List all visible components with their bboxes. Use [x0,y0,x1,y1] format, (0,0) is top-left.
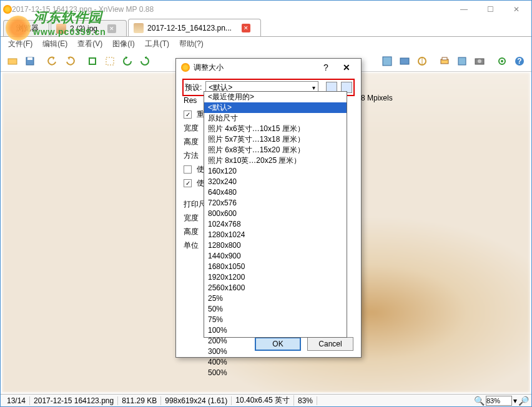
dd-size[interactable]: 1920x1200 [204,272,347,283]
zoom-input[interactable] [486,396,512,406]
svg-rect-3 [89,58,96,64]
help-button[interactable]: ? [511,53,528,69]
dd-size[interactable]: 640x480 [204,187,347,198]
crop-button[interactable] [84,53,101,69]
save-button[interactable] [22,53,38,69]
dd-percent[interactable]: 50% [204,304,347,315]
menu-tools[interactable]: 工具(T) [141,37,173,51]
dialog-title: 调整大小 [194,62,315,73]
dd-size[interactable]: 1280x1024 [204,230,347,240]
tab-close-icon[interactable]: ✕ [242,24,250,32]
select-button[interactable] [102,53,118,69]
open-button[interactable] [4,53,21,69]
camera-button[interactable] [471,53,488,69]
dd-percent[interactable]: 25% [204,293,347,304]
dd-size[interactable]: 1024x768 [204,219,347,230]
thumbnail-icon [134,23,144,33]
menu-file[interactable]: 文件(F) [4,37,36,51]
svg-point-13 [478,59,481,63]
dd-size[interactable]: 1680x1050 [204,262,347,272]
dd-photo-4x6[interactable]: 照片 4x6英寸…10x15 厘米） [204,124,347,134]
svg-rect-2 [27,57,32,60]
dialog-close-button[interactable]: ✕ [337,62,356,72]
adjust-button[interactable] [414,53,430,69]
dd-photo-6x8[interactable]: 照片 6x8英寸…15x20 厘米） [204,145,347,155]
dd-percent[interactable]: 200% [204,336,347,346]
main-window: 2017-12-15 164123.png - XnView MP 0.88 ―… [0,0,532,407]
rotate-left-button[interactable] [119,53,135,69]
settings-button[interactable] [494,53,510,69]
redo-button[interactable] [62,53,78,69]
dialog-help-button[interactable]: ? [318,62,333,72]
svg-point-15 [501,60,503,62]
dd-percent[interactable]: 400% [204,357,347,368]
close-button[interactable]: ✕ [504,2,529,17]
export-button[interactable] [454,53,470,69]
dd-percent[interactable]: 75% [204,315,347,325]
tab-browser[interactable]: 浏览器 [3,20,49,36]
svg-rect-4 [106,57,114,65]
status-bar: 13/14 2017-12-15 164123.png 811.29 KB 99… [1,394,531,406]
status-physical: 10.40x6.45 英寸 [232,395,294,406]
dd-size[interactable]: 720x576 [204,198,347,208]
minimize-button[interactable]: ― [451,2,476,17]
dd-size[interactable]: 800x600 [204,208,347,219]
status-filename: 2017-12-15 164123.png [30,396,118,405]
window-title: 2017-12-15 164123.png - XnView MP 0.88 [12,5,451,14]
status-dimensions: 998x619x24 (1.61) [161,396,232,405]
svg-rect-11 [458,57,466,65]
dd-percent[interactable]: 300% [204,346,347,357]
menu-view[interactable]: 查看(V) [74,37,106,51]
tab-close-icon[interactable]: ✕ [107,24,116,33]
resize-dialog: 调整大小 ? ✕ 预设: <默认> 8 Mpixels Res ✓重新 宽度 高… [175,58,362,358]
svg-rect-0 [8,59,17,64]
dd-size[interactable]: 320x240 [204,177,347,187]
tab-label: 2 (2).jpg [70,24,97,33]
thumbnail-icon [56,24,66,34]
status-index: 13/14 [3,396,30,405]
menu-bar: 文件(F) 编辑(E) 查看(V) 图像(I) 工具(T) 帮助(?) [1,37,531,51]
undo-button[interactable] [44,53,61,69]
dd-original[interactable]: 原始尺寸 [204,113,347,124]
maximize-button[interactable]: ☐ [478,2,503,17]
tab-image-1[interactable]: 2 (2).jpg ✕ [51,20,127,36]
menu-help[interactable]: 帮助(?) [175,37,207,51]
zoom-in-icon[interactable]: 🔎 [518,396,529,406]
dd-photo-8x10[interactable]: 照片 8x10英…20x25 厘米） [204,155,347,166]
dd-size[interactable]: 2560x1600 [204,283,347,293]
tab-label: 2017-12-15_164123.pn... [147,24,232,32]
tab-image-2[interactable]: 2017-12-15_164123.pn... ✕ [128,19,261,36]
menu-edit[interactable]: 编辑(E) [39,37,71,51]
dd-recent[interactable]: <最近使用的> [204,92,347,102]
dd-size[interactable]: 1280x800 [204,240,347,251]
status-zoom: 83% [294,396,317,405]
zoom-out-icon[interactable]: 🔍 [474,396,485,406]
dd-percent[interactable]: 100% [204,325,347,336]
dd-percent[interactable]: 500% [204,368,347,378]
tab-bar: 浏览器 2 (2).jpg ✕ 2017-12-15_164123.pn... … [1,18,531,37]
preset-dropdown[interactable]: <最近使用的> <默认> 原始尺寸 照片 4x6英寸…10x15 厘米） 照片 … [204,91,347,338]
zoom-dropdown-icon[interactable]: ▾ [513,396,517,405]
mpixels-label: 8 Mpixels [361,94,393,102]
menu-image[interactable]: 图像(I) [109,37,138,51]
dd-photo-5x7[interactable]: 照片 5x7英寸…13x18 厘米） [204,134,347,145]
dd-size[interactable]: 160x120 [204,166,347,177]
titlebar: 2017-12-15 164123.png - XnView MP 0.88 ―… [1,1,531,18]
tab-label: 浏览器 [16,23,39,34]
svg-rect-10 [442,57,447,60]
dd-size[interactable]: 1440x900 [204,251,347,262]
slideshow-button[interactable] [397,53,413,69]
svg-text:?: ? [517,57,521,66]
svg-rect-6 [400,58,409,64]
print-button[interactable] [436,53,453,69]
status-filesize: 811.29 KB [118,396,161,405]
dialog-titlebar[interactable]: 调整大小 ? ✕ [176,59,361,76]
dialog-icon [181,63,190,72]
dd-default[interactable]: <默认> [204,102,347,113]
svg-rect-5 [383,57,392,66]
fullscreen-button[interactable] [379,53,395,69]
keep-ratio2-checkbox[interactable]: ✓ [184,179,192,187]
resample-checkbox[interactable]: ✓ [184,110,192,119]
keep-ratio-checkbox[interactable] [184,165,192,174]
rotate-right-button[interactable] [137,53,153,69]
